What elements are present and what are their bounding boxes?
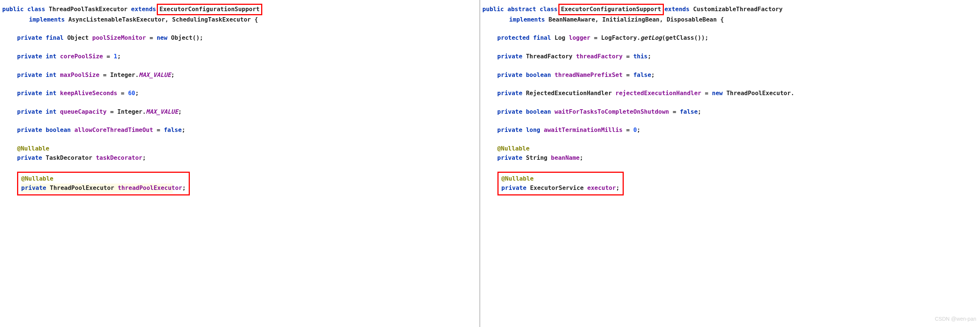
semi: ; — [182, 126, 185, 133]
modifiers: private int — [17, 89, 56, 97]
nullable-annotation: @Nullable — [21, 175, 54, 182]
blank-line — [482, 98, 978, 107]
field-name: beanName — [551, 154, 579, 161]
rest: = — [153, 126, 164, 133]
modifiers: private boolean — [498, 71, 551, 78]
semi: ; — [178, 108, 182, 115]
field-line: private boolean allowCoreThreadTimeOut =… — [2, 126, 477, 135]
rest: = — [623, 71, 633, 78]
value: false — [633, 71, 651, 78]
field-line: private int corePoolSize = 1; — [2, 52, 477, 61]
semi: ; — [651, 71, 655, 78]
type: TaskDecorator — [42, 154, 96, 161]
blank-line — [482, 24, 978, 34]
type: RejectedExecutionHandler — [522, 89, 615, 97]
field-line: private ThreadFactory threadFactory = th… — [482, 52, 978, 61]
class-keyword: class — [27, 6, 45, 13]
watermark-text: CSDN @wen-pan — [935, 315, 976, 323]
public-keyword: public — [482, 6, 504, 13]
executor-field-highlight-box: @Nullable private ExecutorService execut… — [482, 172, 978, 195]
executor-field-highlight-box: @Nullable private ThreadPoolExecutor thr… — [2, 172, 477, 195]
blank-line — [482, 135, 978, 144]
field-name: threadPoolExecutor — [118, 184, 182, 191]
semi: ; — [616, 184, 620, 191]
tail: (getClass()); — [662, 34, 708, 41]
semi: ; — [698, 108, 702, 115]
rest: = Integer. — [107, 108, 146, 115]
classname-highlight-box: ExecutorConfigurationSupport — [558, 4, 664, 15]
value: 60 — [128, 89, 135, 97]
blank-line — [2, 135, 477, 144]
blank-line — [482, 163, 978, 172]
field-name: waitForTasksToCompleteOnShutdown — [555, 108, 669, 115]
class-name: ThreadPoolTaskExecutor — [49, 6, 127, 13]
public-keyword: public — [2, 6, 24, 13]
semi: ; — [648, 53, 651, 60]
equals: = — [146, 34, 157, 41]
implements-line: implements BeanNameAware, InitializingBe… — [482, 15, 978, 24]
field-name: poolSizeMonitor — [92, 34, 146, 41]
value: 0 — [633, 126, 637, 133]
blank-line — [2, 117, 477, 126]
rest: = — [623, 53, 633, 60]
value: 1 — [114, 53, 118, 60]
tail: ThreadPoolExecutor. — [723, 89, 795, 97]
modifiers: private — [498, 53, 522, 60]
new-keyword: new — [712, 89, 723, 97]
nullable-annotation: @Nullable — [17, 145, 49, 152]
blank-line — [2, 80, 477, 89]
semi: ; — [135, 89, 139, 97]
modifiers: private long — [498, 126, 541, 133]
field-name: taskDecorator — [96, 154, 142, 161]
field-name: threadFactory — [576, 53, 623, 60]
method: getLog — [640, 34, 662, 41]
field-line: private boolean threadNamePrefixSet = fa… — [482, 70, 978, 80]
type: ThreadFactory — [522, 53, 576, 60]
implements-list: AsyncListenableTaskExecutor, SchedulingT… — [68, 16, 258, 23]
blank-line — [2, 61, 477, 70]
class-declaration-line: public abstract classExecutorConfigurati… — [482, 4, 978, 15]
type: Log — [551, 34, 569, 41]
modifiers: private boolean — [498, 108, 551, 115]
blank-line — [482, 43, 978, 52]
value: this — [633, 53, 648, 60]
rest: = — [103, 53, 114, 60]
field-line: private RejectedExecutionHandler rejecte… — [482, 89, 978, 98]
value: false — [680, 108, 698, 115]
semi: ; — [637, 126, 640, 133]
left-code-panel: public class ThreadPoolTaskExecutor exte… — [0, 0, 480, 327]
field-line: private int queueCapacity = Integer.MAX_… — [2, 107, 477, 117]
extends-keyword: extends — [665, 6, 689, 13]
blank-line — [482, 61, 978, 70]
constant: MAX_VALUE — [146, 108, 178, 115]
field-line: private String beanName; — [482, 153, 978, 163]
rest: = Integer. — [100, 71, 139, 78]
superclass-name: CustomizableThreadFactory — [689, 6, 783, 13]
field-line: protected final Log logger = LogFactory.… — [482, 33, 978, 43]
rest: = — [702, 89, 712, 97]
rest: = — [669, 108, 680, 115]
modifiers: private — [21, 184, 46, 191]
modifiers: private — [501, 184, 527, 191]
rest: = LogFactory. — [590, 34, 640, 41]
class-keyword: class — [540, 6, 558, 13]
semi: ; — [118, 53, 121, 60]
implements-keyword: implements — [29, 16, 65, 23]
implements-keyword: implements — [509, 16, 545, 23]
modifiers: private — [498, 89, 522, 97]
blank-line — [2, 43, 477, 52]
field-line: private long awaitTerminationMillis = 0; — [482, 126, 978, 135]
abstract-keyword: abstract — [508, 6, 536, 13]
type: Object — [67, 34, 89, 41]
class-declaration-line: public class ThreadPoolTaskExecutor exte… — [2, 4, 477, 15]
blank-line — [2, 98, 477, 107]
blank-line — [2, 163, 477, 172]
superclass-highlight-box: ExecutorConfigurationSupport — [157, 4, 262, 15]
semi: ; — [171, 71, 175, 78]
modifiers: private boolean — [17, 126, 71, 133]
type: String — [522, 154, 551, 161]
blank-line — [482, 117, 978, 126]
modifiers: private — [498, 154, 522, 161]
blank-line — [2, 24, 477, 34]
nullable-annotation: @Nullable — [501, 175, 534, 182]
